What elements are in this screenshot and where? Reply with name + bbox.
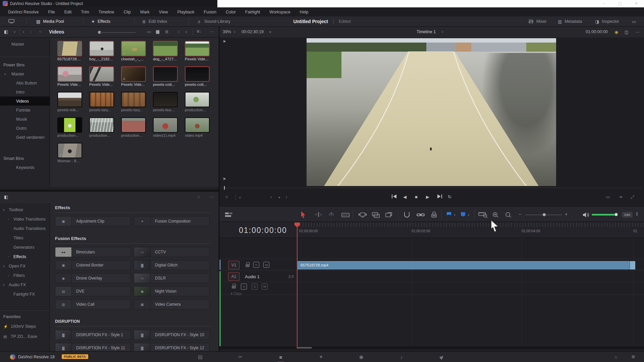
- toolbox-chevron-icon[interactable]: ›: [8, 218, 9, 221]
- next-clip-icon[interactable]: ›: [286, 194, 287, 199]
- loop-button[interactable]: ↻: [448, 194, 451, 199]
- media-clip[interactable]: ♫ production...: [57, 117, 89, 142]
- menu-item[interactable]: Help: [295, 10, 313, 14]
- media-clip[interactable]: ♫ video(1).mp4: [153, 117, 185, 142]
- bin-item[interactable]: Abo Button: [0, 78, 50, 87]
- menu-item[interactable]: Fusion: [199, 10, 221, 14]
- sort-order-icon[interactable]: ≣↓: [197, 29, 202, 34]
- zoom-in-button[interactable]: +: [565, 212, 568, 217]
- bin-item[interactable]: Geld verdienen: [0, 133, 50, 142]
- insert-clip-icon[interactable]: [358, 212, 367, 218]
- clip-thumbnail[interactable]: ♫: [89, 41, 114, 56]
- menu-item[interactable]: Timeline: [94, 10, 119, 14]
- toolbox-item[interactable]: Favorites: [0, 310, 50, 321]
- clip-thumbnail[interactable]: ♫: [57, 41, 82, 56]
- link-clips-icon[interactable]: [417, 212, 425, 218]
- media-clip[interactable]: ♫ pexels-tea-...: [153, 91, 185, 117]
- page-button[interactable]: ▶: [438, 354, 446, 360]
- toolbox-item[interactable]: Audio Transitions: [0, 224, 50, 233]
- clip-thumbnail[interactable]: ♫: [89, 92, 114, 107]
- timeline-scrollbar-thumb[interactable]: [297, 347, 312, 349]
- resize-viewer-icon[interactable]: ▭: [606, 194, 610, 199]
- clip-thumbnail[interactable]: ♫: [185, 66, 210, 82]
- toolbox-item[interactable]: › Video Transitions: [0, 215, 50, 224]
- effect-card[interactable]: ▦ Video Camera: [134, 299, 210, 309]
- interface-toggle-button[interactable]: [8, 16, 15, 26]
- effect-card[interactable]: ●● Binoculars: [55, 247, 131, 257]
- timeline-ruler[interactable]: 01:00:00:00 01:00:00:0001:00:02:0001:00:…: [219, 222, 644, 238]
- toolbox-chevron-icon[interactable]: ∨: [3, 264, 5, 268]
- timeline-view-options-icon[interactable]: [225, 212, 233, 218]
- solo-button[interactable]: S: [252, 284, 258, 290]
- media-clip[interactable]: ♫ 657518728....: [57, 40, 89, 66]
- list-view-icon[interactable]: ≣: [165, 29, 169, 34]
- effect-card[interactable]: ▭ CCTV: [134, 247, 210, 257]
- effect-card[interactable]: ▣ Colored Border: [55, 260, 131, 270]
- effects-button[interactable]: ✶ Effects: [91, 16, 110, 26]
- play-reverse-button[interactable]: ◀: [403, 194, 407, 199]
- timeline-view-icon[interactable]: ⌗: [225, 194, 228, 200]
- page-button[interactable]: ≡: [277, 354, 285, 360]
- media-clip[interactable]: ♫ Pexels Vide...: [121, 66, 153, 91]
- playhead-line[interactable]: [297, 223, 298, 349]
- split-view-icon[interactable]: ◫: [625, 29, 629, 35]
- toolbox-item[interactable]: Titles: [0, 233, 50, 243]
- media-clip[interactable]: ♫ boy_-_2182...: [89, 40, 121, 66]
- media-clip[interactable]: ♫ video.mp4: [185, 117, 217, 142]
- page-button[interactable]: ✶: [317, 354, 325, 360]
- source-timecode[interactable]: 00:02:30:19: [241, 29, 264, 34]
- audio-track-lock-icon[interactable]: [232, 286, 236, 289]
- zoom-out-button[interactable]: −: [519, 212, 521, 217]
- clip-thumbnail[interactable]: ♫: [153, 66, 178, 82]
- media-clip[interactable]: ♫ Woman - 8...: [57, 142, 89, 168]
- bin-item[interactable]: Keywords: [0, 163, 50, 172]
- audio-track-badge[interactable]: A1: [228, 272, 239, 281]
- bin-item[interactable]: Videos: [0, 97, 50, 106]
- toolbox-item[interactable]: › Effects: [0, 252, 50, 261]
- toolbox-chevron-icon[interactable]: ›: [8, 274, 9, 277]
- project-manager-home-icon[interactable]: ⌂: [614, 354, 617, 359]
- clip-thumbnail[interactable]: ♫: [185, 117, 210, 133]
- menu-item[interactable]: Color: [221, 10, 240, 14]
- clip-thumbnail[interactable]: ♫: [121, 92, 146, 107]
- timeline-scrollbar[interactable]: [219, 346, 644, 349]
- page-button[interactable]: ▤: [196, 354, 204, 360]
- zoom-chevron-icon[interactable]: ∨: [233, 30, 236, 34]
- clip-thumbnail[interactable]: ♫: [185, 41, 210, 56]
- bin-item[interactable]: Outro: [0, 124, 50, 133]
- clip-thumbnail[interactable]: ♫: [57, 92, 82, 107]
- clip-thumbnail[interactable]: ♫: [121, 117, 146, 133]
- clip-thumbnail[interactable]: ♫: [57, 117, 82, 133]
- clip-thumbnail[interactable]: ♫: [89, 66, 114, 82]
- menu-item[interactable]: View: [154, 10, 173, 14]
- menu-item[interactable]: Playback: [173, 10, 199, 14]
- media-clip[interactable]: ♫ dog_-_4727...: [153, 40, 185, 66]
- media-clip[interactable]: ♫ production...: [185, 91, 217, 117]
- forward-arrow-icon[interactable]: ›: [30, 29, 32, 34]
- selection-tool-icon[interactable]: [301, 211, 306, 219]
- menu-item[interactable]: Edit: [60, 10, 76, 14]
- jog-options-chevron-icon[interactable]: ∨: [239, 196, 241, 199]
- clip-thumbnail[interactable]: ♫: [121, 41, 146, 56]
- overwrite-clip-icon[interactable]: [372, 212, 380, 218]
- match-frame-icon[interactable]: ⇥: [619, 194, 622, 199]
- effect-card[interactable]: ◉ Night Vision: [134, 286, 210, 296]
- page-button[interactable]: ♪: [397, 354, 406, 360]
- media-pool-button[interactable]: ▤ Media Pool: [36, 16, 64, 26]
- effect-card[interactable]: ✶ Fusion Composition: [134, 216, 210, 226]
- page-button[interactable]: ✂: [236, 354, 245, 360]
- clip-thumbnail[interactable]: ♫: [57, 66, 82, 82]
- metadata-button[interactable]: ▥ Metadata: [558, 16, 582, 26]
- toolbox-item[interactable]: ⚡ 100mV Steps: [0, 321, 50, 331]
- media-clip[interactable]: ♫ pexels-tary...: [121, 91, 153, 117]
- more-options-icon[interactable]: ⋯: [209, 29, 214, 34]
- maximize-button[interactable]: ▢: [616, 1, 624, 6]
- media-clip[interactable]: ♫ Pexels Vide...: [57, 66, 89, 91]
- panel-toggle-icon[interactable]: ◧: [4, 194, 8, 199]
- toolbox-chevron-icon[interactable]: ∨: [3, 208, 5, 212]
- audio-track-name[interactable]: Audio 1: [245, 274, 260, 279]
- minimize-button[interactable]: –: [600, 1, 608, 6]
- media-clip[interactable]: ♫ pexels-cott...: [185, 66, 217, 91]
- menu-item[interactable]: Fairlight: [240, 10, 265, 14]
- viewer-scrub-bar[interactable]: [222, 188, 641, 188]
